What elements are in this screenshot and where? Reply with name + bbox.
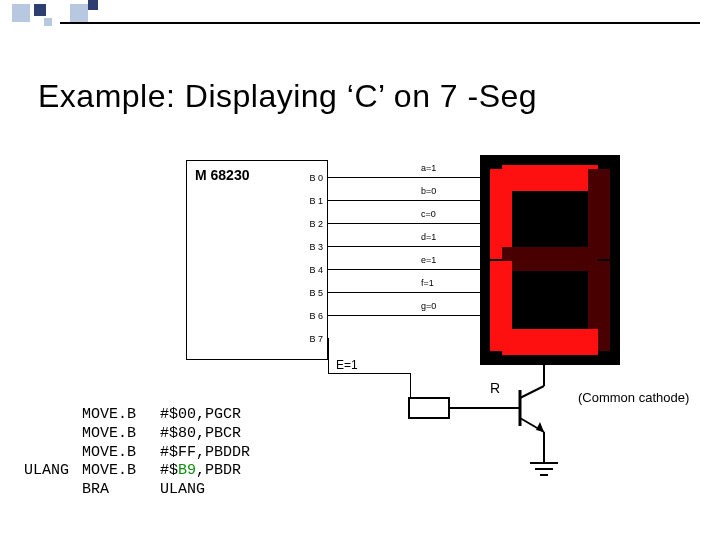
header-decoration	[0, 0, 720, 32]
wire-collector	[543, 365, 545, 385]
code-args-3a: #$	[160, 462, 178, 479]
segment-f	[490, 169, 512, 259]
wire-enable-h	[328, 373, 410, 374]
wire-enable-v1	[328, 338, 329, 373]
pin-b2: B 2	[309, 219, 323, 229]
signal-b: b=0	[421, 186, 436, 196]
resistor	[408, 397, 450, 419]
pin-b1: B 1	[309, 196, 323, 206]
signal-d: d=1	[421, 232, 436, 242]
code-op-1: MOVE.B	[82, 425, 160, 444]
wire-emitter	[543, 432, 545, 462]
code-args-3g: B9	[178, 462, 196, 479]
signal-e: e=1	[421, 255, 436, 265]
segment-a	[502, 165, 598, 191]
code-args-2: #$FF,PBDDR	[160, 444, 250, 461]
code-args-1: #$80,PBCR	[160, 425, 241, 442]
signal-g: g=0	[421, 301, 436, 311]
code-op-0: MOVE.B	[82, 406, 160, 425]
assembly-code: MOVE.B#$00,PGCR MOVE.B#$80,PBCR MOVE.B#$…	[24, 406, 250, 500]
enable-label: E=1	[336, 358, 358, 372]
code-op-4: BRA	[82, 481, 160, 500]
code-args-0: #$00,PGCR	[160, 406, 241, 423]
slide-title: Example: Displaying ‘C’ on 7 -Seg	[38, 78, 537, 115]
signal-f: f=1	[421, 278, 434, 288]
segment-g	[502, 247, 598, 271]
pin-b4: B 4	[309, 265, 323, 275]
pin-b6: B 6	[309, 311, 323, 321]
code-args-4: ULANG	[160, 481, 205, 498]
code-op-3: MOVE.B	[82, 462, 160, 481]
wire-resistor-out	[450, 407, 500, 409]
signal-c: c=0	[421, 209, 436, 219]
transistor-icon	[498, 382, 568, 442]
seven-segment-display	[480, 155, 620, 365]
code-args-3b: ,PBDR	[196, 462, 241, 479]
pin-b7: B 7	[309, 334, 323, 344]
segment-b	[588, 169, 610, 259]
pin-b3: B 3	[309, 242, 323, 252]
code-label-3: ULANG	[24, 462, 82, 481]
chip-m68230: M 68230 B 0 B 1 B 2 B 3 B 4 B 5 B 6 B 7	[186, 160, 328, 360]
wire-to-resistor	[410, 373, 411, 397]
pin-b5: B 5	[309, 288, 323, 298]
chip-label: M 68230	[195, 167, 249, 183]
common-cathode-label: (Common cathode)	[578, 390, 689, 405]
svg-line-2	[520, 386, 544, 398]
code-op-2: MOVE.B	[82, 444, 160, 463]
signal-a: a=1	[421, 163, 436, 173]
segment-d	[502, 329, 598, 355]
pin-b0: B 0	[309, 173, 323, 183]
